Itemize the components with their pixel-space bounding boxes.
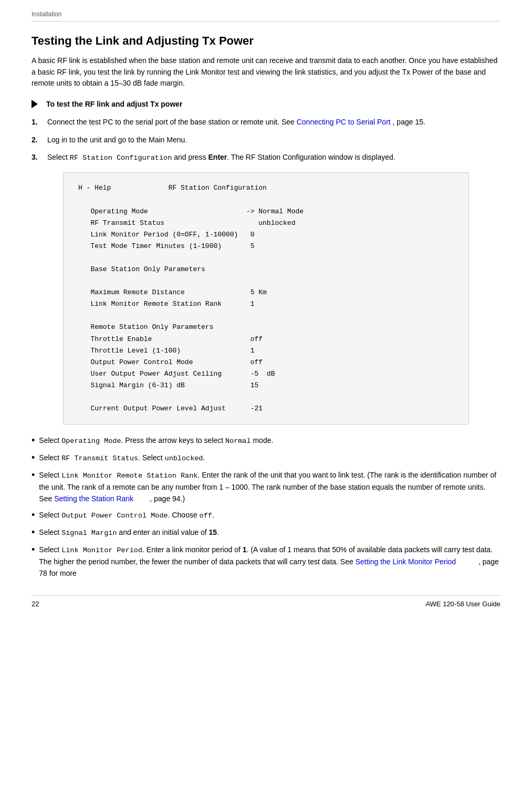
- terminal-line-5: Test Mode Timer Minutes (1-1000) 5: [78, 241, 454, 252]
- terminal-line-4: Link Monitor Period (0=OFF, 1-10000) 0: [78, 229, 454, 241]
- footer-page-number: 22: [32, 600, 39, 608]
- numbered-steps: 1. Connect the test PC to the serial por…: [32, 117, 500, 164]
- bullet-3-code-1: Link Monitor Remote Station Rank: [61, 472, 197, 480]
- bullet-4-code-2: off: [200, 512, 212, 520]
- terminal-line-14: Throttle Level (1-100) 1: [78, 345, 454, 357]
- terminal-line-12: Remote Station Only Parameters: [78, 322, 454, 333]
- bullet-dot-3: •: [32, 470, 35, 481]
- terminal-line-10: Link Monitor Remote Station Rank 1: [78, 298, 454, 310]
- arrow-icon: [32, 100, 38, 108]
- bullet-item-6: • Select Link Monitor Period. Enter a li…: [32, 544, 500, 579]
- terminal-line-11: [78, 310, 454, 322]
- setting-link-monitor-period-link[interactable]: Setting the Link Monitor Period: [356, 557, 456, 566]
- procedure-heading: To test the RF link and adjust Tx power: [32, 100, 500, 108]
- terminal-line-0: H - Help RF Station Configuration: [78, 182, 454, 194]
- step-1-content: Connect the test PC to the serial port o…: [47, 117, 500, 128]
- procedure-heading-label: To test the RF link and adjust Tx power: [46, 100, 183, 108]
- terminal-box: H - Help RF Station Configuration Operat…: [63, 172, 469, 425]
- bullet-content-6: Select Link Monitor Period. Enter a link…: [39, 544, 500, 579]
- bullet-content-2: Select RF Transmit Status. Select unbloc…: [39, 452, 500, 464]
- terminal-line-15: Output Power Control Mode off: [78, 357, 454, 368]
- header-section: Installation: [32, 9, 500, 22]
- bullet-dot-5: •: [32, 527, 35, 539]
- terminal-line-2: Operating Mode -> Normal Mode: [78, 206, 454, 218]
- bullet-item-2: • Select RF Transmit Status. Select unbl…: [32, 452, 500, 464]
- footer-bar: 22 AWE 120-58 User Guide: [32, 595, 500, 608]
- bullet-5-code-1: Signal Margin: [61, 529, 117, 537]
- bullet-1-code-1: Operating Mode: [61, 437, 121, 445]
- step-2-content: Log in to the unit and go to the Main Me…: [47, 135, 500, 146]
- step-2-number: 2.: [32, 135, 42, 146]
- bullet-6-bold: 1: [243, 545, 247, 554]
- terminal-line-19: Current Output Power Level Adjust -21: [78, 403, 454, 415]
- bullet-2-code-1: RF Transmit Status: [61, 454, 138, 462]
- step-3-content: Select RF Station Configuration and pres…: [47, 152, 500, 164]
- step-3: 3. Select RF Station Configuration and p…: [32, 152, 500, 164]
- step-1: 1. Connect the test PC to the serial por…: [32, 117, 500, 128]
- bullet-item-5: • Select Signal Margin and enter an init…: [32, 527, 500, 539]
- page-title: Testing the Link and Adjusting Tx Power: [32, 34, 500, 48]
- bullet-dot-1: •: [32, 435, 35, 447]
- terminal-line-16: User Output Power Adjust Ceiling -5 dB: [78, 368, 454, 380]
- footer-product: AWE 120-58 User Guide: [425, 600, 500, 608]
- terminal-line-6: [78, 252, 454, 264]
- bullet-dot-2: •: [32, 452, 35, 464]
- terminal-line-9: Maximum Remote Distance 5 Km: [78, 287, 454, 298]
- bullet-item-1: • Select Operating Mode. Press the arrow…: [32, 435, 500, 447]
- terminal-line-3: RF Transmit Status unblocked: [78, 218, 454, 229]
- terminal-line-7: Base Station Only Parameters: [78, 264, 454, 275]
- bullet-dot-6: •: [32, 544, 35, 556]
- bullet-list: • Select Operating Mode. Press the arrow…: [32, 435, 500, 579]
- step-2: 2. Log in to the unit and go to the Main…: [32, 135, 500, 146]
- bullet-content-4: Select Output Power Control Mode. Choose…: [39, 510, 500, 522]
- setting-station-rank-link[interactable]: Setting the Station Rank: [54, 494, 133, 503]
- intro-paragraph: A basic RF link is established when the …: [32, 55, 500, 89]
- step-3-bold: Enter: [208, 153, 227, 161]
- bullet-content-5: Select Signal Margin and enter an initia…: [39, 527, 500, 539]
- step-1-number: 1.: [32, 117, 42, 128]
- terminal-line-13: Throttle Enable off: [78, 334, 454, 345]
- bullet-dot-4: •: [32, 510, 35, 521]
- header-label: Installation: [32, 11, 61, 18]
- bullet-item-3: • Select Link Monitor Remote Station Ran…: [32, 470, 500, 504]
- page-container: Installation Testing the Link and Adjust…: [0, 0, 532, 786]
- terminal-line-18: [78, 391, 454, 403]
- bullet-5-bold: 15: [209, 528, 217, 536]
- step-3-number: 3.: [32, 152, 42, 164]
- bullet-1-code-2: Normal: [225, 437, 251, 445]
- bullet-4-code-1: Output Power Control Mode: [61, 512, 168, 520]
- bullet-6-code-1: Link Monitor Period: [61, 546, 142, 554]
- terminal-line-17: Signal Margin (6-31) dB 15: [78, 380, 454, 391]
- terminal-line-8: [78, 275, 454, 287]
- bullet-2-code-2: unblocked: [165, 454, 203, 462]
- step-3-code: RF Station Configuration: [70, 154, 172, 162]
- bullet-item-4: • Select Output Power Control Mode. Choo…: [32, 510, 500, 522]
- connecting-pc-link[interactable]: Connecting PC to Serial Port: [297, 118, 391, 126]
- bullet-content-1: Select Operating Mode. Press the arrow k…: [39, 435, 500, 447]
- bullet-content-3: Select Link Monitor Remote Station Rank.…: [39, 470, 500, 504]
- terminal-line-1: [78, 194, 454, 205]
